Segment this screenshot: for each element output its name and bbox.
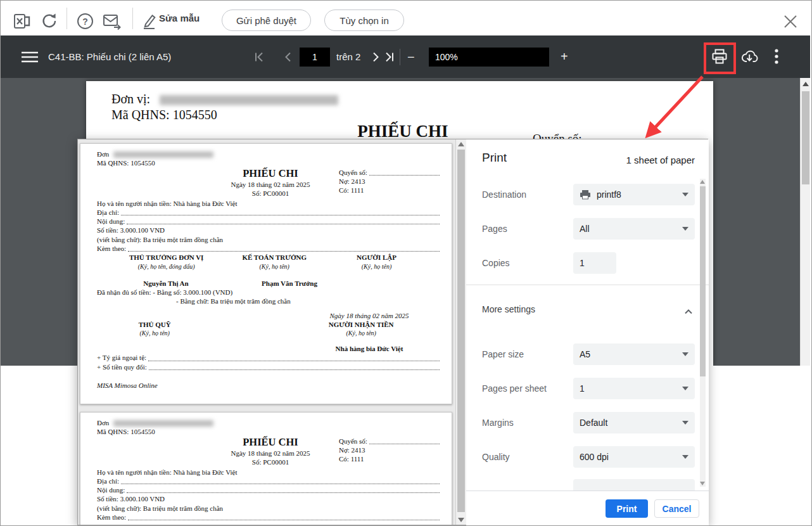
viewer-scrollbar[interactable] — [800, 78, 810, 366]
print-dialog: Đơn Mã QHNS: 1054550 PHIẾU CHI Ngày 18 t… — [77, 139, 708, 525]
cancel-button[interactable]: Cancel — [654, 499, 699, 518]
sig-preparer-sub: (Ký, họ tên) — [313, 262, 440, 271]
help-icon[interactable]: ? — [77, 13, 94, 32]
scroll-up-icon[interactable] — [458, 142, 464, 146]
receipt-qhns: Mã QHNS: 1054550 — [97, 427, 440, 436]
edit-template-label[interactable]: Sửa mẫu — [159, 13, 200, 23]
export-excel-icon[interactable] — [13, 13, 30, 32]
chevron-down-icon — [682, 387, 688, 390]
chevron-up-icon[interactable] — [684, 305, 693, 317]
copies-input[interactable]: 1 — [573, 252, 616, 274]
settings-scrollbar-thumb[interactable] — [700, 186, 706, 376]
receipt-fx-rate-label: + Tỷ giá ngoại tệ: — [97, 353, 146, 362]
preview-page-1: Đơn Mã QHNS: 1054550 PHIẾU CHI Ngày 18 t… — [80, 143, 452, 404]
preview-scrollbar-thumb[interactable] — [457, 150, 465, 512]
pages-per-sheet-value: 1 — [580, 383, 585, 394]
receipt-qhns: Mã QHNS: 1054550 — [97, 158, 440, 167]
quality-label: Quality — [482, 452, 510, 462]
first-page-icon[interactable] — [253, 51, 265, 66]
close-icon[interactable] — [782, 13, 799, 33]
document-title: C41-BB: Phiếu chi (2 liên A5) — [48, 51, 171, 62]
sig-preparer-title: NGƯỜI LẬP — [313, 253, 440, 262]
sig-director-title: THỦ TRƯỞNG ĐƠN VỊ — [97, 253, 236, 262]
margins-value: Default — [580, 418, 607, 428]
receipt-received: Đã nhận đủ số tiền: - Bằng số: 3.000.100… — [97, 288, 440, 297]
margins-select[interactable]: Default — [573, 412, 695, 433]
receipt-attached-label: Kèm theo: — [97, 244, 126, 253]
paper-size-select[interactable]: A5 — [573, 343, 695, 365]
edit-pencil-icon[interactable] — [141, 12, 158, 32]
receipt-date2: Ngày 18 tháng 02 năm 2025 — [287, 311, 452, 320]
last-page-icon[interactable] — [383, 51, 396, 66]
clipped-setting-select[interactable] — [573, 479, 695, 491]
send-email-icon[interactable] — [103, 14, 122, 32]
zoom-in-icon[interactable]: + — [561, 49, 568, 64]
receipt-unit-prefix: Đơn — [97, 150, 109, 158]
zoom-level-input[interactable]: 100% — [429, 48, 549, 67]
section-divider — [466, 285, 709, 285]
refresh-icon[interactable] — [41, 12, 58, 32]
chevron-down-icon — [682, 421, 688, 425]
receipt-amount-words: (viết bằng chữ): Ba triệu một trăm đồng … — [97, 504, 440, 513]
receipt-book-no: Quyển số: — [339, 168, 367, 177]
redacted-company-name — [160, 95, 338, 105]
send-approval-button[interactable]: Gửi phê duyệt — [222, 10, 311, 31]
pages-label: Pages — [482, 224, 507, 234]
top-toolbar: ? Sửa mẫu Gửi phê duyệt Tùy chọn in — [1, 1, 812, 35]
pdf-viewer-toolbar: C41-BB: Phiếu chi (2 liên A5) 1 trên 2 −… — [1, 35, 810, 78]
destination-label: Destination — [482, 189, 526, 200]
zoom-out-icon[interactable]: − — [407, 50, 415, 65]
receipt-content-label: Nội dung: — [97, 217, 125, 226]
scroll-up-icon[interactable] — [700, 180, 705, 184]
paper-size-value: A5 — [580, 349, 590, 359]
receipt-receiver-name: Nhà hàng bia Đức Việt — [287, 344, 452, 353]
receipt-amount-words: (viết bằng chữ): Ba triệu một trăm đồng … — [97, 235, 440, 244]
toolbar-separator — [67, 8, 67, 29]
receipt-debit: Nợ: 2413 — [339, 177, 440, 186]
copies-label: Copies — [482, 258, 510, 268]
scroll-up-icon[interactable] — [802, 82, 809, 86]
print-preview-pane: Đơn Mã QHNS: 1054550 PHIẾU CHI Ngày 18 t… — [78, 139, 455, 525]
sig-receiver-sub: (Ký, họ tên) — [282, 329, 440, 337]
receipt-content-label: Nội dung: — [97, 485, 125, 494]
scroll-down-icon[interactable] — [700, 482, 705, 485]
receipt-address-label: Địa chỉ: — [97, 208, 119, 217]
paper-size-label: Paper size — [482, 349, 524, 359]
sig-director-sub: (Ký, họ tên, đóng dấu) — [97, 262, 236, 271]
scroll-down-icon[interactable] — [458, 518, 464, 522]
pages-per-sheet-select[interactable]: 1 — [573, 378, 695, 399]
receipt-attached-label: Kèm theo: — [97, 513, 126, 522]
prev-page-icon[interactable] — [282, 51, 295, 66]
next-page-icon[interactable] — [369, 51, 382, 66]
download-icon[interactable] — [740, 48, 759, 68]
page-number-input[interactable]: 1 — [300, 48, 330, 67]
toolbar-separator — [132, 8, 133, 29]
dialog-footer: Print Cancel — [466, 491, 709, 526]
print-button[interactable]: Print — [606, 499, 648, 518]
pages-per-sheet-label: Pages per sheet — [482, 383, 547, 394]
more-vertical-icon[interactable] — [775, 49, 778, 67]
sig-cashier-title: THỦ QUỸ — [97, 320, 212, 329]
pages-select[interactable]: All — [573, 218, 695, 240]
copies-value: 1 — [580, 258, 585, 268]
viewer-scrollbar-thumb[interactable] — [802, 91, 809, 184]
receipt-brand: MISA Mimosa Online — [97, 381, 440, 390]
receipt-credit: Có: 1111 — [339, 454, 440, 463]
settings-scrollbar[interactable] — [700, 179, 706, 487]
bg-qhns-line: Mã QHNS: 1054550 — [111, 107, 713, 123]
print-settings-panel: Print 1 sheet of paper Destination print… — [466, 139, 709, 525]
menu-icon[interactable] — [22, 51, 38, 65]
print-options-button[interactable]: Tùy chọn in — [324, 10, 404, 31]
redacted-company-name — [113, 151, 213, 158]
destination-select[interactable]: printf8 — [573, 184, 695, 205]
sig-accountant-sub: (Ký, họ tên) — [236, 262, 313, 271]
chevron-down-icon — [682, 193, 688, 196]
toolbar-separator — [400, 49, 400, 65]
receipt-received-words: - Bằng chữ: Ba triệu một trăm đồng chẵn — [176, 297, 440, 305]
preview-scrollbar[interactable] — [455, 139, 466, 525]
more-settings-toggle[interactable]: More settings — [482, 304, 535, 314]
sig-cashier-sub: (Ký, họ tên) — [97, 329, 212, 337]
receipt-address-label: Địa chỉ: — [97, 477, 119, 485]
quality-select[interactable]: 600 dpi — [573, 446, 695, 468]
receipt-fx-amount-label: + Số tiền quy đổi: — [97, 362, 147, 371]
